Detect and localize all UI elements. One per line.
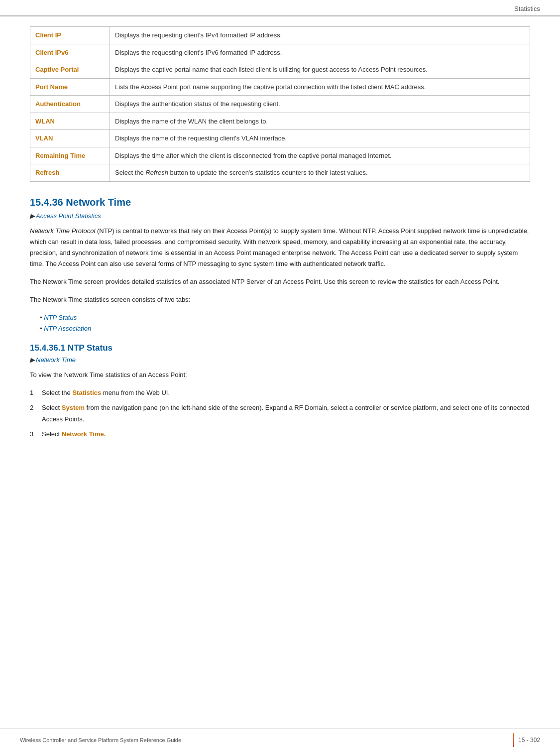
- steps-list: Select the Statistics menu from the Web …: [30, 387, 530, 439]
- bullet-item-1: NTP Association: [40, 323, 530, 334]
- table-term-6: VLAN: [30, 130, 110, 147]
- footer-divider: [513, 733, 514, 747]
- page-footer: Wireless Controller and Service Platform…: [0, 729, 560, 747]
- table-term-3: Port Name: [30, 78, 110, 96]
- table-term-1: Client IPv6: [30, 44, 110, 61]
- footer-page: 15 - 302: [518, 737, 540, 744]
- breadcrumb-arrow-2: ▶: [30, 356, 35, 364]
- breadcrumb-arrow: ▶: [30, 212, 35, 220]
- bullet-list: NTP StatusNTP Association: [40, 312, 530, 334]
- table-desc-4: Displays the authentication status of th…: [110, 96, 530, 113]
- paragraph-3: The Network Time statistics screen consi…: [30, 294, 530, 305]
- section-ntp-status: 15.4.36.1 NTP Status ▶Network Time To vi…: [30, 343, 530, 439]
- step-2: Select System from the navigation pane (…: [30, 402, 530, 424]
- table-desc-2: Displays the captive portal name that ea…: [110, 61, 530, 79]
- table-term-7: Remaining Time: [30, 147, 110, 164]
- page-header: Statistics: [0, 0, 560, 16]
- paragraph-1: Network Time Protocol (NTP) is central t…: [30, 226, 530, 269]
- table-desc-8: Select the Refresh button to update the …: [110, 164, 530, 182]
- table-desc-7: Displays the time after which the client…: [110, 147, 530, 164]
- table-desc-1: Displays the requesting client's IPv6 fo…: [110, 44, 530, 61]
- bullet-item-0: NTP Status: [40, 312, 530, 323]
- paragraph-2: The Network Time screen provides detaile…: [30, 276, 530, 287]
- table-desc-6: Displays the name of the requesting clie…: [110, 130, 530, 147]
- info-table: Client IPDisplays the requesting client'…: [30, 26, 530, 182]
- table-term-8: Refresh: [30, 164, 110, 182]
- step-3: Select Network Time.: [30, 429, 530, 440]
- table-desc-0: Displays the requesting client's IPv4 fo…: [110, 27, 530, 44]
- table-term-0: Client IP: [30, 27, 110, 44]
- breadcrumb-2: ▶Network Time: [30, 356, 530, 364]
- footer-left: Wireless Controller and Service Platform…: [20, 737, 181, 743]
- footer-right: 15 - 302: [513, 733, 540, 747]
- intro-text: To view the Network Time statistics of a…: [30, 370, 530, 380]
- breadcrumb-1: ▶Access Point Statistics: [30, 212, 530, 220]
- table-term-2: Captive Portal: [30, 61, 110, 79]
- table-term-4: Authentication: [30, 96, 110, 113]
- table-desc-5: Displays the name of the WLAN the client…: [110, 113, 530, 130]
- header-title: Statistics: [514, 5, 540, 12]
- step-1: Select the Statistics menu from the Web …: [30, 387, 530, 398]
- section-heading-1: 15.4.36 Network Time: [30, 197, 530, 208]
- table-term-5: WLAN: [30, 113, 110, 130]
- table-desc-3: Lists the Access Point port name support…: [110, 78, 530, 96]
- section-heading-2: 15.4.36.1 NTP Status: [30, 343, 530, 353]
- section-network-time: 15.4.36 Network Time ▶Access Point Stati…: [30, 197, 530, 335]
